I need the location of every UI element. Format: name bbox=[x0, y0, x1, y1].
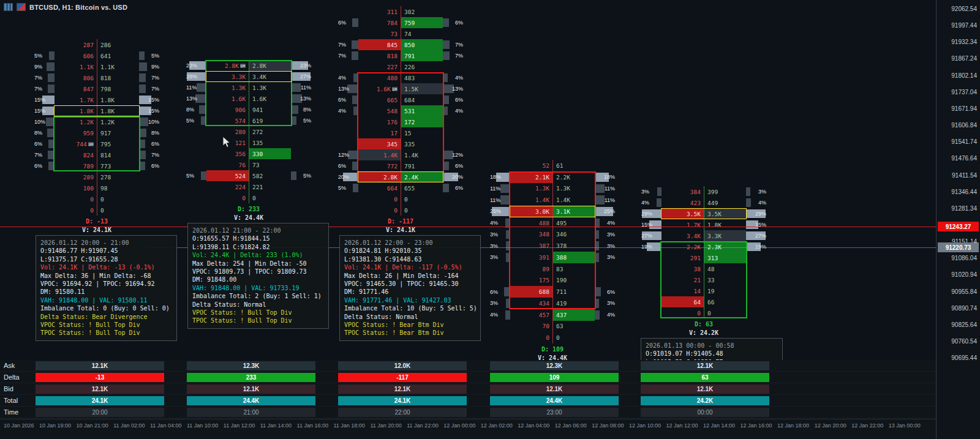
ask-percent-cell bbox=[291, 192, 312, 203]
time-tick-label: 10 Jan 19:00 bbox=[39, 422, 71, 429]
ask-percent-label: 6% bbox=[607, 289, 615, 295]
price-tick-label: 90825.64 bbox=[951, 321, 977, 328]
price-tick-label: 91997.44 bbox=[951, 22, 977, 29]
bid-percent-cell: 4% bbox=[337, 105, 358, 116]
delta-value-bar: 233 bbox=[187, 373, 315, 382]
price-tick-label: 90955.84 bbox=[951, 288, 977, 295]
bid-percent-bar bbox=[657, 187, 662, 196]
bid-percent-cell: 3% bbox=[489, 229, 510, 241]
ask-percent-cell: 12% bbox=[443, 149, 464, 160]
ask-volume: 641 bbox=[97, 50, 139, 61]
time-tick-label: 12 Jan 00:00 bbox=[443, 422, 475, 429]
ask-percent-label: 13% bbox=[452, 86, 463, 92]
ask-volume: 582 bbox=[249, 170, 291, 181]
ask-volume: 3.3K bbox=[704, 230, 746, 241]
total-value-bar: 24.2K bbox=[641, 396, 769, 405]
info-line: VPOC: 91465.30 | TPOC: 91465.30 bbox=[344, 280, 476, 288]
ask-percent-label: 27% bbox=[300, 73, 311, 80]
ask-volume: 226 bbox=[401, 61, 443, 72]
bid-percent-cell: 12% bbox=[337, 149, 358, 160]
price-tick-label: 91932.34 bbox=[951, 39, 977, 45]
ask-percent-cell: 5% bbox=[139, 50, 160, 61]
bid-percent-cell: 4% bbox=[337, 72, 358, 83]
column-footer: D: 233V: 24.4K bbox=[186, 206, 312, 221]
info-line: VPOC: 91694.92 | TPOC: 91694.92 bbox=[40, 280, 172, 288]
ask-percent-cell: 6% bbox=[443, 160, 464, 171]
ask-percent-cell: 5% bbox=[291, 170, 312, 181]
ask-percent-bar bbox=[443, 51, 450, 60]
bid-percent-cell: 23% bbox=[186, 60, 206, 71]
info-line: L:91398.11 C:91824.82 bbox=[192, 243, 324, 251]
ask-percent-cell bbox=[595, 160, 616, 171]
info-line: Vol: 24.1K | Delta: -117 (-0.5%) bbox=[344, 263, 476, 271]
bid-percent-cell bbox=[337, 127, 358, 138]
ask-percent-cell bbox=[746, 274, 767, 285]
time-tick-label: 11 Jan 14:00 bbox=[260, 422, 292, 429]
ask-percent-cell: 15% bbox=[746, 219, 767, 230]
bid-volume: 0 bbox=[358, 204, 401, 216]
ask-volume: 221 bbox=[249, 181, 291, 192]
price-tick-label: 91541.74 bbox=[951, 138, 977, 145]
ask-percent-cell bbox=[746, 296, 767, 307]
ask-percent-label: 6% bbox=[151, 141, 159, 147]
price-tick-label: 90760.54 bbox=[951, 338, 977, 345]
bid-percent-label: 28% bbox=[186, 73, 197, 80]
bid-volume: 289 bbox=[55, 171, 97, 182]
secondary-price-badge: 91220.73 bbox=[938, 242, 979, 252]
ask-percent-bar bbox=[139, 62, 147, 71]
bid-percent-cell: 6% bbox=[34, 160, 55, 171]
chart-window[interactable]: BTCUSD, H1: Bitcoin vs. USD 2872865%6066… bbox=[0, 0, 980, 439]
time-tick-label: 11 Jan 02:00 bbox=[113, 422, 145, 429]
bid-percent-cell: 4% bbox=[489, 309, 510, 321]
ask-percent-cell: 3% bbox=[595, 298, 616, 309]
ask-percent-cell: 13% bbox=[443, 83, 464, 94]
bid-percent-cell: 13% bbox=[337, 83, 358, 94]
bid-percent-cell: 20% bbox=[337, 171, 358, 182]
ask-percent-label: 4% bbox=[607, 312, 615, 318]
bid-percent-label: 15% bbox=[34, 97, 45, 103]
info-line: DM: 91580.11 bbox=[40, 288, 172, 296]
info-line: O:91824.81 H:92010.35 bbox=[344, 247, 476, 255]
bid-percent-cell: 25% bbox=[489, 206, 510, 217]
bid-percent-label: 8% bbox=[186, 107, 194, 113]
bid-percent-label: 8% bbox=[34, 130, 42, 136]
bid-percent-label: 11% bbox=[490, 197, 500, 203]
bid-percent-bar bbox=[352, 18, 358, 27]
info-line: Vol: 24.1K | Delta: -13 (-0.1%) bbox=[40, 263, 172, 271]
bid-percent-bar bbox=[505, 310, 510, 320]
bid-percent-label: 11% bbox=[186, 84, 197, 91]
ask-percent-cell bbox=[746, 263, 767, 274]
info-line: VAH: 91771.46 | VAL: 91427.03 bbox=[344, 296, 476, 304]
bid-percent-label: 27% bbox=[641, 233, 652, 239]
bid-percent-cell bbox=[641, 263, 662, 274]
info-line: VPOC Status: ! Bull Top Div bbox=[40, 321, 172, 329]
ask-volume: 437 bbox=[552, 309, 595, 321]
price-tick-label: 91086.04 bbox=[951, 255, 977, 261]
ask-percent-cell: 3% bbox=[595, 229, 616, 241]
time-axis[interactable]: 10 Jan 202610 Jan 19:0010 Jan 21:0011 Ja… bbox=[0, 419, 937, 439]
stats-row-label: Bid bbox=[4, 385, 13, 392]
info-line: Delta Status: Normal bbox=[192, 301, 324, 309]
volume-label: V: 24.1K bbox=[337, 227, 464, 233]
current-price-line bbox=[0, 227, 937, 227]
ask-percent-label: 3% bbox=[607, 231, 615, 238]
chart-title-bar: BTCUSD, H1: Bitcoin vs. USD bbox=[4, 3, 127, 11]
ask-percent-label: 7% bbox=[151, 75, 159, 81]
ask-volume: 63 bbox=[552, 321, 595, 332]
footprint-column: 23%2.8KDM2.8K23%28%3.3K3.4K27%11%1.3K1.3… bbox=[186, 60, 312, 221]
price-axis[interactable]: 92062.5491997.4491932.3491867.2491802.14… bbox=[936, 0, 980, 439]
ask-percent-cell bbox=[291, 159, 312, 170]
vpoc-highlight bbox=[510, 206, 595, 217]
stats-row-label: Delta bbox=[4, 373, 20, 381]
bid-percent-cell: 29% bbox=[641, 208, 662, 219]
ask-volume: 61 bbox=[552, 160, 595, 171]
ask-value-bar: 12.3K bbox=[490, 361, 619, 370]
bid-percent-cell bbox=[641, 274, 662, 285]
price-tick-label: 91802.14 bbox=[951, 72, 977, 78]
stats-row: Ask12.1K12.3K12.0K12.3K12.1K bbox=[0, 360, 937, 372]
bid-percent-cell: 15% bbox=[34, 94, 55, 105]
ask-volume: 399 bbox=[704, 186, 746, 197]
bid-percent-cell: 7% bbox=[337, 39, 358, 50]
ask-percent-bar bbox=[443, 184, 449, 192]
bid-volume: 3.4K bbox=[662, 230, 704, 241]
